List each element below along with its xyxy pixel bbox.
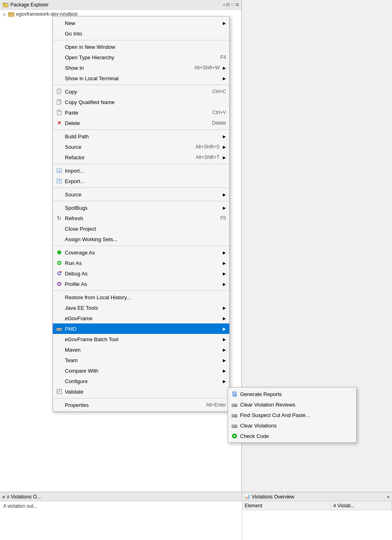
submenu-label-clear-violations: Clear Violations — [240, 423, 353, 429]
separator-6 — [53, 201, 229, 201]
menu-item-copy[interactable]: Copy Ctrl+C — [53, 86, 229, 97]
submenu-item-find-suspect[interactable]: Find Suspect Cut And Paste... — [228, 410, 356, 420]
menu-item-validate[interactable]: ✓ Validate — [53, 386, 229, 397]
menu-item-open-new-window[interactable]: Open in New Window — [53, 42, 229, 52]
menu-item-run-as[interactable]: Run As ▶ — [53, 258, 229, 268]
menu-label-source2: Source — [65, 192, 220, 198]
submenu-label-generate-reports: Generate Reports — [240, 391, 353, 397]
menu-item-assign-working-sets[interactable]: Assign Working Sets... — [53, 234, 229, 244]
minimize-icon[interactable]: ⊟ — [226, 2, 230, 7]
menu-item-show-in-terminal[interactable]: Show in Local Terminal ▶ — [53, 73, 229, 83]
menu-item-refactor[interactable]: Refactor Alt+Shift+T ▶ — [53, 152, 229, 163]
menu-arrow-coverage-as: ▶ — [223, 250, 226, 255]
menu-item-open-type-hierarchy[interactable]: Open Type Hierarchy F4 — [53, 52, 229, 63]
menu-item-maven[interactable]: Maven ▶ — [53, 344, 229, 355]
delete-icon: ✕ — [56, 120, 62, 126]
menu-arrow-pmd: ▶ — [223, 327, 226, 331]
menu-item-export[interactable]: Export... — [53, 176, 229, 186]
menu-item-configure[interactable]: Configure ▶ — [53, 376, 229, 386]
menu-label-profile-as: Profile As — [65, 281, 220, 287]
svg-rect-40 — [232, 416, 235, 417]
menu-item-go-into[interactable]: Go Into — [53, 28, 229, 39]
submenu-item-clear-violations[interactable]: Clear Violations — [228, 420, 356, 431]
menu-item-profile-as[interactable]: Profile As ▶ — [53, 279, 229, 289]
menu-label-java-ee-tools: Java EE Tools — [65, 305, 220, 311]
copy-icon — [56, 88, 62, 95]
menu-label-export: Export... — [65, 178, 226, 184]
menu-item-properties[interactable]: Properties Alt+Enter — [53, 400, 229, 410]
svg-rect-34 — [233, 395, 235, 396]
close-tab-button[interactable]: × — [222, 2, 226, 7]
svg-rect-39 — [232, 415, 237, 415]
svg-rect-1 — [3, 3, 5, 4]
vo-col-violations-label: # Violati... — [334, 503, 355, 509]
menu-item-egovframe[interactable]: eGovFrame ▶ — [53, 313, 229, 323]
maximize-icon[interactable]: □ — [231, 2, 234, 7]
restore-icon[interactable]: ⧉ — [236, 2, 239, 7]
menu-item-restore-history[interactable]: Restore from Local History... — [53, 292, 229, 302]
menu-item-compare-with[interactable]: Compare With ▶ — [53, 365, 229, 376]
menu-item-java-ee-tools[interactable]: Java EE Tools ▶ — [53, 302, 229, 313]
menu-item-import[interactable]: Import... — [53, 165, 229, 176]
menu-label-copy: Copy — [65, 89, 204, 95]
title-bar: Package Explorer × ⊟ □ ⧉ — [0, 0, 241, 10]
menu-arrow-configure: ▶ — [223, 379, 226, 384]
vo-col-element: Element — [242, 501, 331, 510]
menu-label-team: Team — [65, 357, 220, 363]
menu-item-build-path[interactable]: Build Path ▶ — [53, 131, 229, 142]
violations-text: A violation out... — [3, 503, 37, 509]
menu-arrow-new: ▶ — [223, 21, 226, 25]
menu-arrow-java-ee-tools: ▶ — [223, 306, 226, 310]
menu-arrow-source: ▶ — [223, 145, 226, 149]
menu-item-egovframe-batch[interactable]: eGovFrame Batch Tool ▶ — [53, 334, 229, 344]
menu-arrow-show-in: ▶ — [223, 66, 226, 70]
profile-icon — [56, 281, 62, 287]
submenu-item-generate-reports[interactable]: Generate Reports — [228, 389, 356, 399]
menu-item-coverage-as[interactable]: C Coverage As ▶ — [53, 247, 229, 258]
menu-arrow-spotbugs: ▶ — [223, 206, 226, 210]
menu-item-source[interactable]: Source Alt+Shift+S ▶ — [53, 142, 229, 152]
menu-label-assign-working-sets: Assign Working Sets... — [65, 236, 226, 242]
menu-shortcut-paste: Ctrl+V — [212, 110, 226, 115]
separator-5 — [53, 188, 229, 188]
menu-item-paste[interactable]: Paste Ctrl+V — [53, 107, 229, 118]
separator-2 — [53, 85, 229, 85]
svg-rect-36 — [232, 404, 237, 405]
menu-item-delete[interactable]: ✕ Delete Delete — [53, 118, 229, 128]
menu-shortcut-show-in: Alt+Shift+W — [194, 65, 220, 71]
svg-rect-43 — [232, 426, 235, 427]
menu-label-go-into: Go Into — [65, 31, 226, 37]
submenu-label-clear-violation-reviews: Clear Violation Reviews — [240, 402, 353, 408]
menu-label-coverage-as: Coverage As — [65, 250, 220, 256]
import-icon — [56, 167, 62, 174]
violations-panel-title: ≡ Violations O... — [6, 494, 41, 500]
menu-item-source2[interactable]: Source ▶ — [53, 189, 229, 200]
context-menu: New ▶ Go Into Open in New Window Open Ty… — [52, 16, 230, 412]
menu-item-copy-qualified[interactable]: Copy Qualified Name — [53, 97, 229, 107]
menu-arrow-build-path: ▶ — [223, 134, 226, 139]
menu-item-close-project[interactable]: Close Project — [53, 223, 229, 234]
checkbox: ✓ — [57, 389, 62, 394]
menu-label-delete: Delete — [65, 120, 204, 126]
menu-label-maven: Maven — [65, 347, 220, 353]
menu-item-refresh[interactable]: ↻ Refresh F5 — [53, 213, 229, 223]
svg-rect-14 — [58, 110, 60, 111]
menu-label-restore-history: Restore from Local History... — [65, 294, 226, 300]
menu-item-team[interactable]: Team ▶ — [53, 355, 229, 365]
title-label: Package Explorer — [10, 2, 222, 8]
submenu-item-check-code[interactable]: Check Code — [228, 431, 356, 441]
export-icon — [56, 178, 62, 184]
menu-item-debug-as[interactable]: Debug As ▶ — [53, 268, 229, 279]
menu-item-spotbugs[interactable]: SpotBugs ▶ — [53, 202, 229, 213]
menu-arrow-maven: ▶ — [223, 348, 226, 352]
menu-item-new[interactable]: New ▶ — [53, 18, 229, 28]
menu-arrow-profile-as: ▶ — [223, 282, 226, 286]
menu-item-pmd[interactable]: PMD ▶ — [53, 323, 229, 334]
submenu-item-clear-violation-reviews[interactable]: Clear Violation Reviews — [228, 399, 356, 410]
menu-arrow-run-as: ▶ — [223, 261, 226, 265]
violations-overview-close[interactable]: × — [387, 494, 390, 499]
separator-4 — [53, 164, 229, 164]
bottom-panel-left: ≡ ≡ Violations O... A violation out... — [0, 492, 242, 540]
menu-label-source: Source — [65, 144, 187, 150]
menu-item-show-in[interactable]: Show In Alt+Shift+W ▶ — [53, 63, 229, 73]
